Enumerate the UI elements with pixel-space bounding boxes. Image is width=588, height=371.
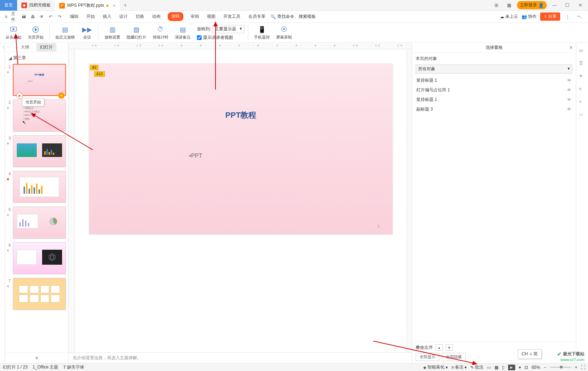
view-reading-icon[interactable]: ▯ [502, 365, 505, 370]
missing-font-button[interactable]: T缺失字体 [63, 364, 84, 370]
visibility-toggle-icon[interactable]: 👁 [567, 87, 572, 93]
visibility-toggle-icon[interactable]: 👁 [567, 107, 572, 112]
object-item[interactable]: 灯片编号占位符 1👁 [412, 85, 576, 95]
print-icon[interactable]: 🖶 [29, 13, 37, 21]
menu-tab-edit[interactable]: 编辑 [69, 12, 79, 21]
tab-close-icon[interactable]: × [113, 3, 116, 9]
menu-tab-animation[interactable]: 动画 [151, 12, 161, 21]
fit-icon[interactable]: ⊡ [524, 365, 528, 370]
zoom-in-button[interactable]: + [575, 365, 577, 370]
slide-canvas[interactable]: A9 A10 PPT教程 •PPT 1 [89, 63, 392, 234]
thumb-3[interactable]: 3✶ [7, 135, 66, 167]
command-search[interactable]: 🔍 查找命令、搜索模板 [270, 14, 316, 20]
send-backward-button[interactable]: ▼ [446, 344, 453, 351]
speaker-notes-button[interactable]: ▤ 演讲备注 [173, 25, 193, 41]
notes-area[interactable]: 先介绍背景信息，再进入主题讲解。 [69, 352, 412, 363]
comments-toggle[interactable]: ✎批注 [470, 364, 483, 370]
tab-home[interactable]: 首页 [0, 0, 17, 11]
slide-subtitle[interactable]: •PPT [189, 153, 202, 159]
section-header[interactable]: ◢ 第三章 [5, 52, 68, 64]
custom-show-button[interactable]: ▤ 自定义放映 [53, 25, 77, 41]
comment-marker-a9[interactable]: A9 [90, 65, 98, 70]
scrollbar-v[interactable] [407, 49, 412, 352]
menu-tab-slideshow[interactable]: 放映 [168, 12, 183, 21]
location-icon[interactable]: ⌖ [579, 99, 586, 106]
thumb-1[interactable]: 1✶ PPT教程•PPT ▶ + 当页开始 [7, 64, 66, 96]
comment-marker-a10[interactable]: A10 [94, 71, 105, 77]
add-slide-button[interactable]: ＋ [5, 352, 68, 363]
close-pane-icon[interactable]: ✕ [569, 45, 573, 50]
visibility-toggle-icon[interactable]: 👁 [567, 97, 572, 102]
view-sorter-icon[interactable]: ▦ [495, 365, 498, 370]
close-window-button[interactable]: ✕ [575, 0, 585, 10]
book-icon[interactable]: ▭ [579, 112, 586, 118]
hide-all-button[interactable]: 全部隐藏 [442, 353, 466, 361]
menu-tab-vip[interactable]: 会员专享 [248, 12, 266, 21]
object-item[interactable]: 竖排标题 1👁 [412, 76, 576, 85]
visibility-toggle-icon[interactable]: 👁 [567, 78, 572, 83]
thumb-6[interactable]: 6✶ [7, 242, 66, 274]
collab-button[interactable]: 👥协作 [522, 14, 537, 20]
redo-icon[interactable]: ↷ [56, 13, 64, 21]
sidebar-collapse[interactable]: 《 [0, 43, 5, 363]
menu-tab-start[interactable]: 开始 [86, 12, 96, 21]
thumb-7[interactable]: 7✶ [7, 278, 66, 310]
thumb-4[interactable]: 4✹ [7, 171, 66, 203]
notes-toggle[interactable]: ≡备注 ▾ [451, 364, 467, 370]
hamburger-icon[interactable]: ≡ [2, 13, 10, 21]
cloud-status[interactable]: ☁未上云 [500, 14, 518, 20]
tab-add-button[interactable]: + [120, 2, 131, 9]
presenter-view-checkbox[interactable]: 显示演讲者视图 [197, 35, 244, 41]
tab-templates[interactable]: ◆ 找稻壳模板 [17, 0, 55, 11]
undo-icon[interactable]: ↶ [47, 13, 55, 21]
fullscreen-icon[interactable]: ⛶ [581, 365, 585, 370]
more-icon[interactable]: ⋮ [564, 13, 572, 21]
menu-tab-transition[interactable]: 切换 [135, 12, 145, 21]
view-normal-icon[interactable]: ▭ [487, 365, 491, 370]
sparkle-icon[interactable]: ✦ [579, 73, 586, 80]
thumb-add-button[interactable]: + [58, 92, 65, 99]
hide-slide-button[interactable]: ▧ 隐藏幻灯片 [125, 25, 148, 41]
maximize-button[interactable]: ☐ [562, 0, 572, 10]
bring-forward-button[interactable]: ▲ [436, 344, 443, 351]
show-settings-button[interactable]: ▥ 放映设置 [102, 25, 122, 41]
slideshow-button[interactable]: ▶ [508, 365, 515, 370]
thumb-5[interactable]: 5✶ [7, 207, 66, 239]
outline-tab[interactable]: 大纲 [17, 43, 33, 51]
slides-tab[interactable]: 幻灯片 [36, 43, 56, 51]
menu-tab-view[interactable]: 视图 [206, 12, 216, 21]
settings-slider-icon[interactable]: ☰ [579, 61, 586, 67]
apps-grid-icon[interactable]: ▦ [504, 0, 514, 10]
login-button[interactable]: 立即登录👤 [517, 1, 547, 9]
layout-icon[interactable]: ⊞ [491, 0, 501, 10]
tab-file[interactable]: P WPS PPT教程.pptx × [55, 0, 120, 11]
menu-tab-devtools[interactable]: 开发工具 [223, 12, 241, 21]
link-icon[interactable]: ⎋ [579, 86, 586, 93]
save-icon[interactable]: 🖬 [20, 13, 28, 21]
file-menu[interactable]: 文件 [11, 13, 19, 21]
lasso-icon[interactable]: ᔕ [579, 48, 586, 54]
object-filter-dropdown[interactable]: 所有对象▾ [416, 65, 572, 73]
slide-stage[interactable]: A9 A10 PPT教程 •PPT 1 [75, 49, 407, 352]
zoom-level[interactable]: 65% [532, 365, 540, 370]
print-preview-icon[interactable]: 👁 [38, 13, 46, 21]
zoom-slider[interactable] [550, 367, 571, 368]
menu-tab-insert[interactable]: 插入 [102, 12, 112, 21]
slide-title[interactable]: PPT教程 [89, 110, 392, 121]
share-button[interactable]: ⇧ 分享 [540, 12, 560, 21]
beautify-button[interactable]: ◈智能美化 ▾ [423, 364, 448, 370]
screen-record-button[interactable]: ⦿ 屏幕录制 [274, 25, 294, 41]
minimize-button[interactable]: — [549, 0, 559, 10]
phone-remote-button[interactable]: 📱 手机遥控 [252, 25, 272, 41]
from-current-button[interactable]: 当页开始 [26, 25, 46, 41]
meeting-button[interactable]: ▶▶ 会议 [79, 25, 95, 41]
menu-tab-design[interactable]: 设计 [118, 12, 128, 21]
object-item[interactable]: 竖排标题 1👁 [412, 95, 576, 105]
from-beginning-button[interactable]: 从头开始 [4, 25, 24, 41]
rehearse-button[interactable]: ⏱ 排练计时 [151, 25, 171, 41]
object-item[interactable]: 副标题 3👁 [412, 105, 576, 114]
show-all-button[interactable]: 全部显示 [416, 353, 439, 361]
menu-tab-review[interactable]: 审阅 [190, 12, 200, 21]
collapse-ribbon-icon[interactable]: へ [575, 13, 583, 21]
zoom-out-button[interactable]: − [544, 365, 546, 370]
